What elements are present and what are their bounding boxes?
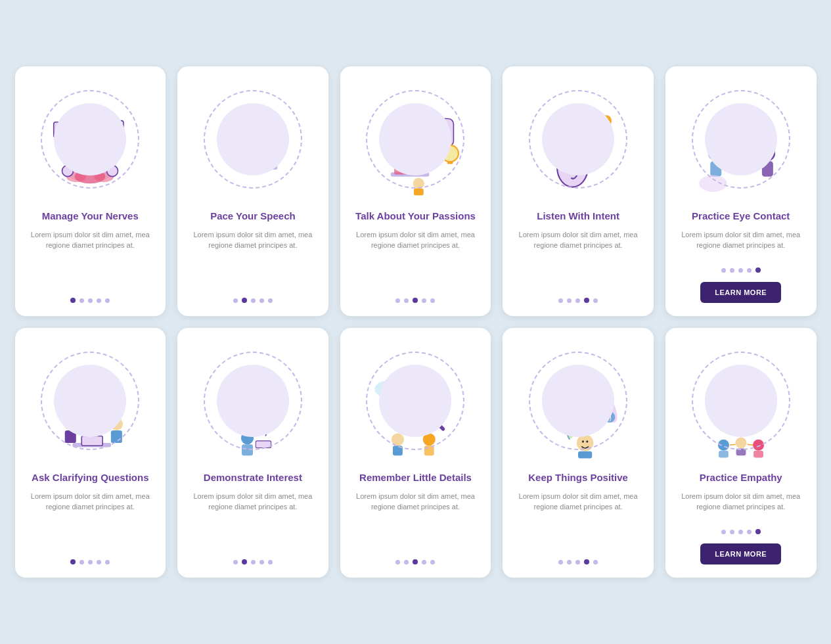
card-body-keep-positive: Lorem ipsum dolor sit dim amet, mea regi… (513, 491, 643, 551)
dot-3 (738, 268, 743, 273)
card-body-eye-contact: Lorem ipsum dolor sit dim amet, mea regi… (676, 229, 806, 259)
dot-3 (88, 560, 93, 564)
card-remember-details: Remember Little Details Lorem ipsum dolo… (340, 328, 491, 578)
dot-1 (70, 559, 76, 564)
dot-1 (233, 298, 238, 303)
dot-1 (558, 560, 563, 564)
illustration-ask-questions: ? (34, 338, 146, 463)
dot-5 (755, 529, 761, 534)
card-body-pace-speech: Lorem ipsum dolor sit dim amet, mea regi… (188, 229, 318, 289)
dot-2 (404, 298, 409, 303)
learn-more-button-eye-contact[interactable]: LEARN MORE (700, 282, 781, 303)
dot-1 (395, 560, 400, 564)
svg-rect-106 (578, 451, 592, 459)
card-title-eye-contact: Practice Eye Contact (692, 210, 790, 223)
card-body-demonstrate-interest: Lorem ipsum dolor sit dim amet, mea regi… (188, 491, 318, 551)
dot-2 (79, 560, 84, 564)
dot-5 (105, 560, 110, 564)
dot-2 (242, 559, 247, 564)
card-title-ask-questions: Ask Clarifying Questions (32, 471, 148, 484)
dot-3 (575, 560, 580, 564)
dot-5 (430, 560, 435, 564)
card-title-remember-details: Remember Little Details (359, 471, 472, 484)
dot-4 (422, 298, 426, 303)
dots-ask-questions (70, 559, 110, 564)
dot-2 (730, 268, 734, 273)
dot-5 (105, 298, 110, 303)
dot-2 (567, 560, 572, 564)
dot-1 (558, 298, 563, 303)
dot-3 (575, 298, 580, 303)
illustration-remember-details (359, 338, 471, 463)
card-body-listen-intent: Lorem ipsum dolor sit dim amet, mea regi… (513, 229, 643, 289)
dot-3 (251, 560, 256, 564)
dot-2 (567, 298, 572, 303)
dot-3 (413, 559, 418, 564)
illustration-eye-contact (685, 77, 797, 202)
dots-talk-passions (395, 298, 435, 303)
dot-5 (593, 298, 598, 303)
card-pace-speech: Pace Your Speech Lorem ipsum dolor sit d… (177, 66, 328, 316)
dot-1 (233, 560, 238, 564)
dot-3 (251, 298, 256, 303)
dot-5 (593, 560, 598, 564)
dot-2 (404, 560, 409, 564)
card-title-pace-speech: Pace Your Speech (210, 210, 296, 223)
dot-4 (747, 530, 752, 534)
card-title-demonstrate-interest: Demonstrate Interest (204, 471, 302, 484)
card-body-ask-questions: Lorem ipsum dolor sit dim amet, mea regi… (26, 491, 156, 551)
illustration-listen-intent (522, 77, 634, 202)
dot-4 (584, 559, 589, 564)
illustration-manage-nerves (34, 77, 146, 202)
illustration-pace-speech (197, 77, 309, 202)
card-listen-intent: Listen With Intent Lorem ipsum dolor sit… (503, 66, 654, 316)
card-body-practice-empathy: Lorem ipsum dolor sit dim amet, mea regi… (676, 491, 806, 520)
dot-5 (430, 298, 435, 303)
card-title-keep-positive: Keep Things Positive (528, 471, 628, 484)
dot-2 (730, 530, 734, 534)
dot-2 (79, 298, 84, 303)
card-eye-contact: Practice Eye Contact Lorem ipsum dolor s… (665, 66, 817, 316)
card-talk-passions: Talk About Your Passions Lorem ipsum dol… (340, 66, 491, 316)
dot-3 (88, 298, 93, 303)
dot-1 (395, 298, 400, 303)
card-practice-empathy: Practice Empathy Lorem ipsum dolor sit d… (665, 328, 817, 578)
dot-3 (413, 298, 418, 303)
dot-5 (268, 560, 273, 564)
dot-5 (268, 298, 273, 303)
illustration-talk-passions (359, 77, 471, 202)
dot-4 (259, 298, 264, 303)
dot-4 (97, 560, 101, 564)
card-demonstrate-interest: Demonstrate Interest Lorem ipsum dolor s… (177, 328, 328, 578)
illustration-demonstrate-interest (197, 338, 309, 463)
dot-1 (721, 268, 726, 273)
dot-4 (259, 560, 264, 564)
dots-practice-empathy (721, 529, 761, 534)
learn-more-button-empathy[interactable]: LEARN MORE (700, 543, 781, 564)
dot-4 (422, 560, 426, 564)
dots-pace-speech (233, 298, 273, 303)
dot-4 (747, 268, 752, 273)
dot-4 (584, 298, 589, 303)
dots-remember-details (395, 559, 435, 564)
card-title-manage-nerves: Manage Your Nerves (42, 210, 139, 223)
card-title-practice-empathy: Practice Empathy (700, 471, 782, 484)
dot-1 (70, 298, 76, 303)
card-keep-positive: :( :) − Keep Things Positive Lorem ipsum… (503, 328, 654, 578)
dot-3 (738, 530, 743, 534)
card-body-talk-passions: Lorem ipsum dolor sit dim amet, mea regi… (351, 229, 481, 289)
illustration-keep-positive: :( :) − (522, 338, 634, 463)
card-manage-nerves: Manage Your Nerves Lorem ipsum dolor sit… (15, 66, 166, 316)
card-grid: Manage Your Nerves Lorem ipsum dolor sit… (15, 66, 817, 578)
dot-2 (242, 298, 247, 303)
dots-keep-positive (558, 559, 598, 564)
card-body-remember-details: Lorem ipsum dolor sit dim amet, mea regi… (351, 491, 481, 551)
card-title-listen-intent: Listen With Intent (537, 210, 619, 223)
dot-5 (755, 267, 761, 273)
card-title-talk-passions: Talk About Your Passions (355, 210, 476, 223)
illustration-practice-empathy (685, 338, 797, 463)
dot-1 (721, 530, 726, 534)
svg-rect-122 (753, 450, 763, 457)
dots-listen-intent (558, 298, 598, 303)
svg-rect-36 (414, 188, 424, 195)
